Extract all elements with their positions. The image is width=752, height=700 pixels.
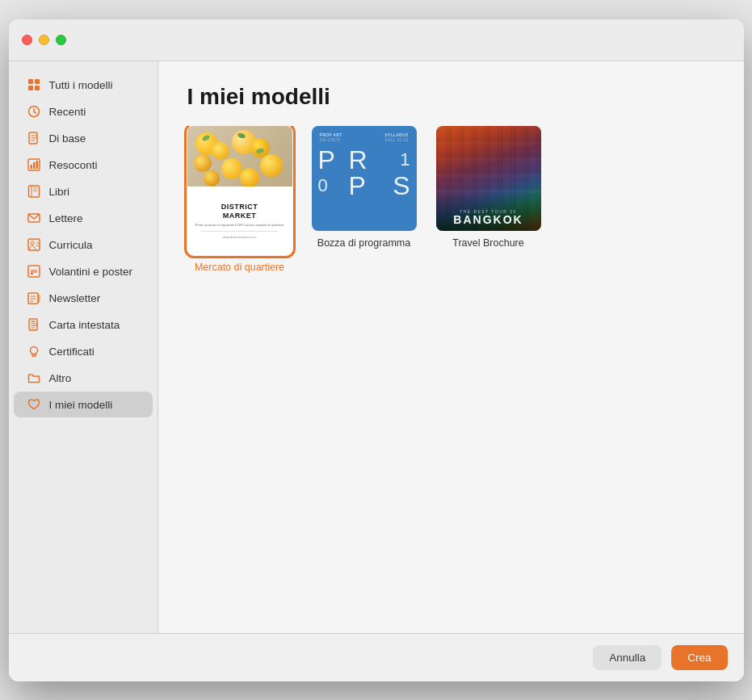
- sidebar: Tutti i modelli Recenti: [9, 61, 158, 633]
- sidebar-label-volantini: Volantini e poster: [49, 266, 133, 278]
- folder-icon: [27, 371, 41, 385]
- sidebar-item-volantini[interactable]: Volantini e poster: [14, 258, 153, 284]
- sidebar-label-newsletter: Newsletter: [49, 292, 101, 304]
- sidebar-item-libri[interactable]: Libri: [14, 178, 153, 204]
- bozza-falltext: FALL 21-22: [384, 137, 408, 142]
- doctext-icon: [27, 317, 41, 332]
- app-window: Tutti i modelli Recenti: [9, 19, 744, 681]
- clock-icon: [27, 104, 41, 119]
- chart-icon: [27, 157, 41, 172]
- bottom-bar: Annulla Crea: [9, 633, 744, 681]
- heart-icon: [27, 397, 41, 412]
- svg-rect-24: [38, 295, 40, 302]
- sidebar-item-tutti[interactable]: Tutti i modelli: [14, 72, 153, 98]
- svg-rect-0: [28, 79, 33, 84]
- template-thumb-mercato[interactable]: DISTRICTMARKET Porta un amico e risparmi…: [187, 126, 292, 255]
- newspaper-icon: [27, 291, 41, 305]
- book-icon: [27, 184, 41, 199]
- page-title: I miei modelli: [187, 84, 715, 110]
- sidebar-label-recenti: Recenti: [49, 106, 86, 118]
- sidebar-item-imiei[interactable]: I miei modelli: [14, 392, 153, 417]
- template-item-mercato[interactable]: DISTRICTMARKET Porta un amico e risparmi…: [187, 126, 292, 633]
- main-panel: I miei modelli: [158, 61, 744, 633]
- create-button[interactable]: Crea: [671, 645, 727, 670]
- sidebar-item-lettere[interactable]: Lettere: [14, 205, 153, 231]
- sidebar-label-resoconti: Resoconti: [49, 159, 98, 171]
- svg-rect-1: [35, 79, 40, 84]
- template-thumb-bozza[interactable]: PROP ART GD-10875 SYLLABUS FALL 21-22 P: [312, 126, 417, 231]
- doc-icon: [27, 131, 41, 145]
- svg-rect-12: [36, 161, 38, 169]
- traffic-lights: [22, 35, 66, 45]
- rosette-icon: [27, 344, 41, 358]
- sidebar-item-certificati[interactable]: Certificati: [14, 338, 153, 364]
- sidebar-item-carta[interactable]: Carta intestata: [14, 312, 153, 337]
- envelope-icon: [27, 211, 41, 225]
- svg-rect-2: [28, 86, 33, 90]
- sidebar-label-curricula: Curricula: [49, 239, 93, 251]
- sidebar-label-altro: Altro: [49, 372, 72, 384]
- svg-rect-10: [30, 165, 32, 169]
- bozza-gdtext: GD-10875: [320, 137, 342, 142]
- sidebar-item-altro[interactable]: Altro: [14, 365, 153, 391]
- sidebar-item-curricula[interactable]: Curricula: [14, 232, 153, 258]
- content-area: Tutti i modelli Recenti: [9, 61, 744, 633]
- svg-point-19: [31, 241, 34, 245]
- titlebar: [9, 19, 744, 61]
- sidebar-item-recenti[interactable]: Recenti: [14, 99, 153, 124]
- sidebar-label-libri: Libri: [49, 186, 70, 198]
- sidebar-label-dibase: Di base: [49, 132, 86, 145]
- sidebar-item-resoconti[interactable]: Resoconti: [14, 152, 153, 178]
- sidebar-item-dibase[interactable]: Di base: [14, 125, 153, 151]
- minimize-button[interactable]: [39, 35, 49, 45]
- template-label-mercato: Mercato di quartiere: [195, 262, 284, 273]
- maximize-button[interactable]: [56, 35, 66, 45]
- template-thumb-travel[interactable]: THE BEST TOUR 20 BANGKOK: [436, 126, 541, 231]
- svg-rect-28: [29, 319, 37, 330]
- sidebar-label-lettere: Lettere: [49, 212, 83, 224]
- sidebar-label-carta: Carta intestata: [49, 319, 120, 331]
- template-label-travel: Travel Brochure: [452, 237, 523, 249]
- templates-grid: DISTRICTMARKET Porta un amico e risparmi…: [158, 126, 744, 633]
- template-label-bozza: Bozza di programma: [317, 237, 410, 249]
- travel-big-text: BANGKOK: [436, 214, 541, 226]
- svg-rect-18: [28, 239, 40, 250]
- svg-rect-3: [35, 86, 40, 90]
- sidebar-item-newsletter[interactable]: Newsletter: [14, 285, 153, 311]
- template-item-travel[interactable]: THE BEST TOUR 20 BANGKOK Travel Brochure: [436, 126, 541, 633]
- sidebar-label-tutti: Tutti i modelli: [49, 79, 113, 91]
- svg-rect-11: [33, 162, 36, 169]
- person-icon: [27, 237, 41, 252]
- sidebar-label-certificati: Certificati: [49, 346, 95, 358]
- cancel-button[interactable]: Annulla: [593, 645, 662, 670]
- grid-icon: [27, 78, 41, 92]
- main-header: I miei modelli: [158, 61, 744, 126]
- svg-rect-13: [28, 186, 39, 197]
- close-button[interactable]: [22, 35, 32, 45]
- template-item-bozza[interactable]: PROP ART GD-10875 SYLLABUS FALL 21-22 P: [312, 126, 417, 633]
- svg-point-33: [30, 347, 37, 354]
- sidebar-label-imiei: I miei modelli: [49, 399, 113, 411]
- megaphone-icon: [27, 264, 41, 279]
